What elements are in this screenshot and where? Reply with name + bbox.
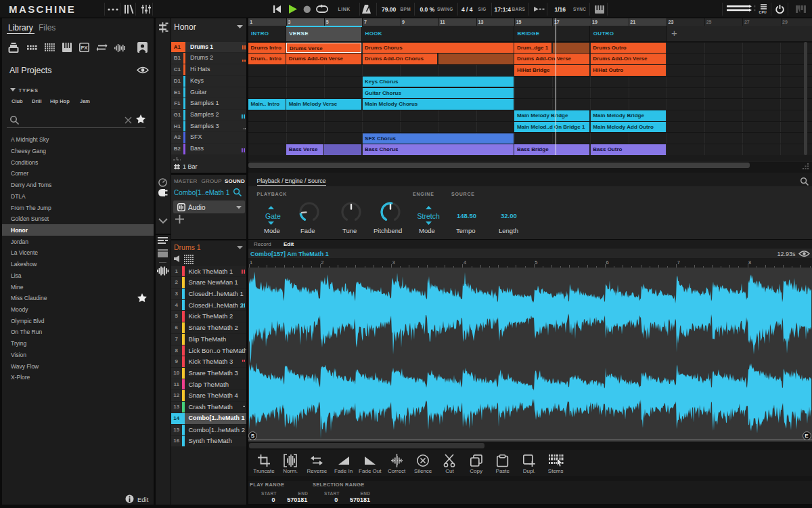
svg-text:FX: FX [81, 45, 88, 51]
